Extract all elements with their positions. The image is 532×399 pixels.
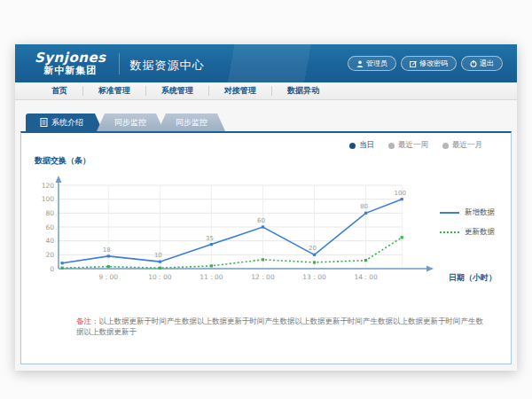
logo-brand-text: Synjones <box>35 51 106 66</box>
svg-text:10: 10 <box>154 252 162 259</box>
chart-panel: 当日 最近一周 最近一月 数据交换（条） 0204060801001209 : … <box>20 131 512 364</box>
tab-bar: 系统介绍 同步监控 同步监控 <box>26 113 512 131</box>
tab-sync-monitor-1[interactable]: 同步监控 <box>97 113 164 131</box>
tab-sync-monitor-1-label: 同步监控 <box>114 113 146 131</box>
logout-icon <box>470 60 477 67</box>
svg-text:100: 100 <box>395 190 406 197</box>
company-logo: Synjones 新中新集团 <box>35 51 106 75</box>
radio-dot-selected-icon <box>349 143 356 149</box>
time-range-filter: 当日 最近一周 最近一月 <box>349 140 482 151</box>
filter-last-week-label: 最近一周 <box>398 140 428 151</box>
user-icon <box>356 60 364 67</box>
radio-dot-icon <box>442 143 449 149</box>
logout-label: 退出 <box>480 59 494 68</box>
filter-last-month-label: 最近一月 <box>452 140 482 151</box>
svg-text:13 : 00: 13 : 00 <box>302 273 326 281</box>
filter-today[interactable]: 当日 <box>349 140 374 151</box>
admin-user-button[interactable]: 管理员 <box>348 56 396 71</box>
svg-text:80: 80 <box>45 209 54 217</box>
nav-item-standard-mgmt[interactable]: 标准管理 <box>83 86 146 96</box>
legend-item-new-data: 新增数据 <box>440 207 495 218</box>
change-password-button[interactable]: 修改密码 <box>401 56 457 71</box>
document-icon <box>40 118 48 127</box>
chart-legend: 新增数据 更新数据 <box>440 207 495 238</box>
y-axis-title: 数据交换（条） <box>35 155 90 167</box>
change-password-label: 修改密码 <box>419 59 448 68</box>
svg-text:12 : 00: 12 : 00 <box>251 273 275 281</box>
app-window: Synjones 新中新集团 数据资源中心 管理员 修改密码 <box>15 44 517 371</box>
tab-sync-monitor-2[interactable]: 同步监控 <box>158 113 225 131</box>
filter-last-month[interactable]: 最近一月 <box>442 140 482 151</box>
legend-new-data-label: 新增数据 <box>465 207 495 218</box>
solid-line-sample-icon <box>440 212 459 214</box>
svg-text:60: 60 <box>257 217 265 224</box>
radio-dot-icon <box>388 143 395 149</box>
footnote-text: 以上数据更新于时间产生数据以上数据更新于时间产生数据以上数据更新于时间产生数据以… <box>76 317 483 336</box>
svg-text:35: 35 <box>206 235 214 242</box>
main-nav: 首页 标准管理 系统管理 对接管理 数据异动 <box>15 82 517 100</box>
svg-text:20: 20 <box>45 251 54 259</box>
dotted-line-sample-icon <box>440 231 459 233</box>
svg-text:9 : 00: 9 : 00 <box>99 273 119 281</box>
svg-text:18: 18 <box>103 246 111 254</box>
tab-sync-monitor-2-label: 同步监控 <box>176 113 207 131</box>
nav-item-interface-mgmt[interactable]: 对接管理 <box>209 86 272 96</box>
svg-text:60: 60 <box>45 223 54 231</box>
svg-text:120: 120 <box>42 182 55 190</box>
user-toolbar: 管理员 修改密码 退出 <box>348 56 503 71</box>
footnote-prefix: 备注： <box>76 317 99 325</box>
page-title: 数据资源中心 <box>130 58 205 74</box>
nav-item-data-change[interactable]: 数据异动 <box>272 86 334 96</box>
legend-updated-data-label: 更新数据 <box>465 227 495 238</box>
line-chart: 0204060801001209 : 0010 : 0011 : 0012 : … <box>32 173 435 293</box>
app-header: Synjones 新中新集团 数据资源中心 管理员 修改密码 <box>15 44 517 82</box>
logo-company-name: 新中新集团 <box>35 66 106 76</box>
filter-today-label: 当日 <box>359 140 374 151</box>
logout-button[interactable]: 退出 <box>461 56 503 71</box>
svg-text:80: 80 <box>360 203 368 210</box>
filter-last-week[interactable]: 最近一周 <box>388 140 428 151</box>
svg-text:20: 20 <box>309 245 317 252</box>
svg-text:0: 0 <box>50 265 54 273</box>
svg-text:14 : 00: 14 : 00 <box>354 273 378 281</box>
legend-item-updated-data: 更新数据 <box>440 227 495 238</box>
svg-text:10 : 00: 10 : 00 <box>148 273 172 281</box>
admin-user-label: 管理员 <box>366 59 387 68</box>
nav-item-system-mgmt[interactable]: 系统管理 <box>146 86 209 96</box>
nav-item-home[interactable]: 首页 <box>36 86 83 96</box>
x-axis-title: 日期（小时） <box>449 272 497 284</box>
content-area: 系统介绍 同步监控 同步监控 当日 最近一周 <box>15 100 517 371</box>
edit-icon <box>410 60 417 67</box>
header-divider <box>119 53 120 74</box>
tab-system-intro[interactable]: 系统介绍 <box>26 113 103 131</box>
svg-text:40: 40 <box>45 237 54 245</box>
tab-system-intro-label: 系统介绍 <box>51 113 83 131</box>
svg-text:11 : 00: 11 : 00 <box>200 273 223 281</box>
footnote: 备注：以上数据更新于时间产生数据以上数据更新于时间产生数据以上数据更新于时间产生… <box>76 317 484 338</box>
svg-text:100: 100 <box>42 195 55 203</box>
